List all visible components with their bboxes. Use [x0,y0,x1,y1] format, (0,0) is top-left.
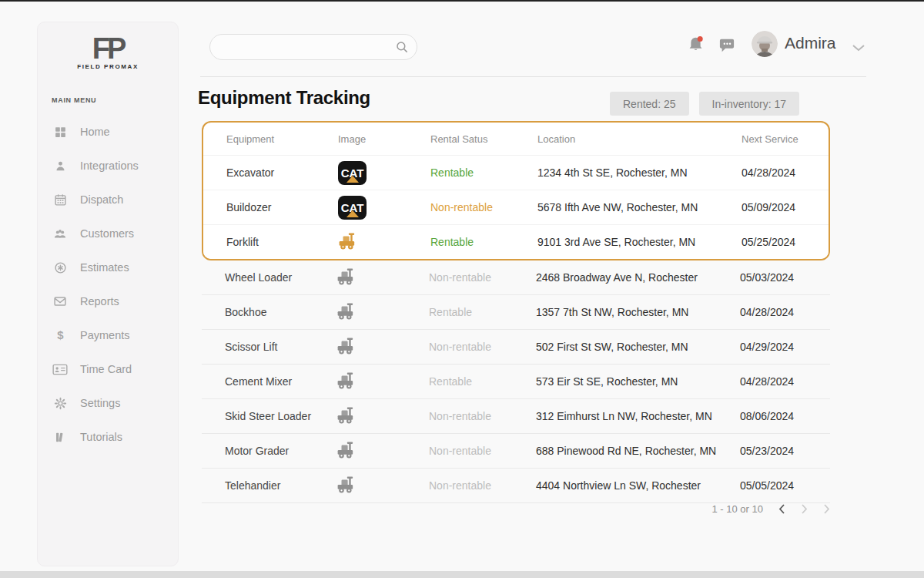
rental-status: Non-rentable [429,445,536,457]
app-window: FP FIELD PROMAX MAIN MENU HomeIntegratio… [0,0,924,578]
equipment-name: Wheel Loader [225,271,336,284]
sidebar-item-label: Dispatch [80,193,123,206]
sidebar-item-settings[interactable]: Settings [38,386,178,420]
inventory-count-badge[interactable]: In-inventory: 17 [699,92,800,116]
sidebar-item-customers[interactable]: Customers [38,217,178,250]
calendar-icon [52,192,68,207]
equipment-location: 1234 4th St SE, Rochester, MN [537,166,742,179]
cat-logo: CAT [338,161,367,185]
equipment-name: Buildozer [226,201,338,213]
column-header-image: Image [338,133,430,145]
rental-status: Rentable [429,306,536,318]
gear-icon [52,395,68,411]
notifications-bell-icon[interactable] [688,35,704,56]
equipment-name: Forklift [226,236,338,248]
equipment-image-cell [336,302,429,323]
person-icon [52,158,68,173]
sidebar-item-home[interactable]: Home [38,115,178,149]
motor-grader-icon [336,441,357,462]
equipment-image-cell [336,476,429,496]
sidebar-item-label: Settings [80,397,120,409]
rental-status: Rentable [429,375,536,388]
sidebar-item-estimates[interactable]: Estimates [38,250,178,284]
equipment-image-cell: CAT [338,161,430,185]
next-service-date: 05/05/2024 [740,479,830,492]
forklift-icon [338,232,358,253]
next-service-date: 05/23/2024 [740,445,830,457]
equipment-location: 312 Eimhurst Ln NW, Rochester, MN [536,410,740,422]
equipment-image-cell [336,406,429,427]
sidebar-item-time-card[interactable]: Time Card [38,352,178,386]
equipment-location: 2468 Broadway Ave N, Rochester [536,271,740,284]
search-input[interactable] [221,35,387,59]
sidebar-section-label: MAIN MENU [52,96,178,104]
window-top-edge [0,0,924,2]
table-row-motor-grader[interactable]: Motor GraderNon-rentable688 Pinewood Rd … [202,434,830,469]
table-header-row: EquipmentImageRental SatusLocationNext S… [203,123,829,155]
sidebar-item-integrations[interactable]: Integrations [38,149,178,183]
user-name[interactable]: Admira [785,34,836,52]
sidebar-item-dispatch[interactable]: Dispatch [38,183,178,217]
chevron-down-icon[interactable] [852,41,865,55]
window-bottom-bar [0,571,924,578]
equipment-name: Telehandier [225,479,336,492]
skid-steer-icon [336,406,357,427]
table-row-buildozer[interactable]: BuildozerCATNon-rentable5678 Ifth Ave NW… [203,190,829,224]
equipment-image-cell [336,267,429,288]
sidebar-item-reports[interactable]: Reports [38,284,178,318]
wheel-loader-icon [336,267,357,288]
previous-page-button[interactable] [778,504,785,514]
column-header-location: Location [537,133,742,145]
telehandler-icon [336,476,357,496]
equipment-name: Bockhoe [225,306,336,318]
column-header-next-service: Next Service [742,133,829,145]
last-page-button[interactable] [823,504,830,514]
equipment-name: Excavator [226,166,338,179]
equipment-location: 4404 Northview Ln SW, Rochester [536,479,740,492]
cat-logo: CAT [338,196,367,220]
svg-text:$: $ [57,329,64,341]
next-service-date: 05/09/2024 [742,201,829,213]
books-icon [52,429,68,445]
sidebar-item-label: Estimates [80,261,129,274]
messages-chat-icon[interactable] [718,38,735,56]
sidebar-item-label: Integrations [80,160,139,172]
user-avatar[interactable] [752,31,778,57]
search-box [209,34,417,60]
sidebar-item-tutorials[interactable]: Tutorials [38,420,178,454]
next-service-date: 04/28/2024 [742,166,829,179]
table-row-cement-mixer[interactable]: Cement MixerRentable573 Eir St SE, Roche… [202,365,830,399]
next-page-button[interactable] [801,504,808,514]
sidebar-item-payments[interactable]: $Payments [38,318,178,352]
table-row-forklift[interactable]: ForkliftRentable9101 3rd Ave SE, Rochest… [203,224,829,259]
next-service-date: 04/28/2024 [740,306,830,318]
next-service-date: 04/28/2024 [740,375,830,388]
table-row-excavator[interactable]: ExcavatorCATRentable1234 4th St SE, Roch… [203,155,829,190]
scissor-lift-icon [336,337,357,358]
rented-count-badge[interactable]: Rented: 25 [610,92,689,116]
equipment-name: Motor Grader [225,445,336,457]
sidebar-item-label: Reports [80,295,119,307]
equipment-name: Skid Steer Loader [225,410,336,422]
equipment-image-cell: CAT [338,196,430,220]
table-row-scissor-lift[interactable]: Scissor LiftNon-rentable502 First St SW,… [202,330,830,365]
highlighted-rows-box: EquipmentImageRental SatusLocationNext S… [202,121,830,260]
brand-logo: FP FIELD PROMAX [38,22,178,70]
equipment-name: Cement Mixer [225,375,336,388]
cement-mixer-icon [336,371,357,392]
table-row-wheel-loader[interactable]: Wheel LoaderNon-rentable2468 Broadway Av… [202,260,830,295]
equipment-location: 5678 Ifth Ave NW, Rochester, MN [537,201,742,213]
backhoe-icon [336,302,357,323]
sidebar-item-label: Payments [80,329,129,341]
people-icon [52,226,68,241]
search-icon[interactable] [395,40,409,57]
table-row-skid-steer-loader[interactable]: Skid Steer LoaderNon-rentable312 Eimhurs… [202,399,830,434]
home-grid-icon [52,124,68,139]
id-card-icon [52,361,68,377]
page-title: Equipment Tracking [198,87,370,109]
sidebar-item-label: Time Card [80,363,132,375]
rental-status: Non-rentable [429,271,536,284]
equipment-image-cell [338,232,430,253]
table-row-bockhoe[interactable]: BockhoeRentable1357 7th St NW, Rochester… [202,295,830,330]
equipment-table: EquipmentImageRental SatusLocationNext S… [202,121,830,503]
